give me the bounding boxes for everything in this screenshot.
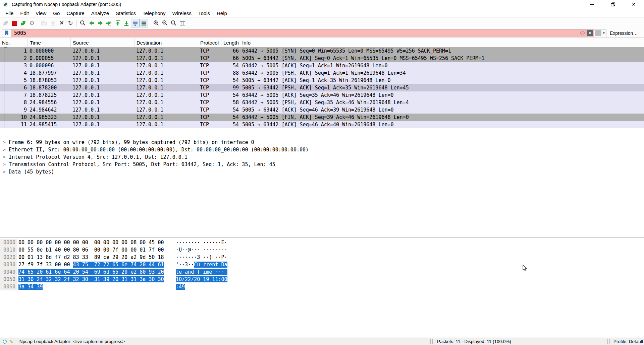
hex-row[interactable]: 001000 55 0e b1 40 00 80 06 00 00 7f 00 … xyxy=(0,246,644,254)
detail-line[interactable]: >Data (45 bytes) xyxy=(0,168,644,176)
hex-row[interactable]: 005031 30 2f 32 32 2f 32 30 31 39 20 31 … xyxy=(0,276,644,283)
mouse-cursor xyxy=(523,265,527,272)
hex-row[interactable]: 004074 65 20 61 6e 64 20 54 69 6d 65 20 … xyxy=(0,268,644,276)
clear-all-icon[interactable] xyxy=(580,30,585,36)
close-button[interactable]: ✕ xyxy=(623,0,644,9)
packet-row[interactable]: 1024.985323127.0.0.1127.0.0.1TCP5463442 … xyxy=(0,114,644,121)
previous-packet-button[interactable] xyxy=(87,19,96,27)
menu-item-help[interactable]: Help xyxy=(213,9,230,17)
column-header-no[interactable]: No. xyxy=(0,38,28,47)
colorize-toggle[interactable] xyxy=(140,19,148,27)
hex-bytes[interactable]: 74 65 20 61 6e 64 20 54 69 6d 65 20 e2 8… xyxy=(18,268,164,276)
find-packet-button[interactable] xyxy=(78,19,87,27)
menu-item-file[interactable]: File xyxy=(2,9,17,17)
display-filter-input[interactable]: 5005 xyxy=(11,29,580,37)
go-to-packet-button[interactable] xyxy=(105,19,113,27)
restart-capture-button[interactable] xyxy=(19,19,28,27)
zoom-in-button[interactable] xyxy=(152,19,161,27)
packet-row[interactable]: 418.877997127.0.0.1127.0.0.1TCP8863442 →… xyxy=(0,69,644,77)
packet-row[interactable]: 718.878225127.0.0.1127.0.0.1TCP5463442 →… xyxy=(0,91,644,99)
start-capture-button[interactable] xyxy=(1,19,10,27)
filter-bookmark-button[interactable] xyxy=(2,29,11,37)
hex-bytes[interactable]: 31 30 2f 32 32 2f 32 30 31 39 20 31 31 3… xyxy=(18,276,164,283)
hex-ascii[interactable]: ········ ······E· xyxy=(176,239,227,246)
zoom-reset-button[interactable] xyxy=(169,19,178,27)
reload-file-button[interactable]: ↻ xyxy=(66,19,75,27)
menu-item-tools[interactable]: Tools xyxy=(195,9,213,17)
menu-item-telephony[interactable]: Telephony xyxy=(139,9,169,17)
resize-columns-button[interactable] xyxy=(178,19,187,27)
expander-icon[interactable]: > xyxy=(3,153,6,161)
menu-item-go[interactable]: Go xyxy=(50,9,63,17)
auto-scroll-toggle[interactable] xyxy=(131,19,140,27)
expert-info-icon[interactable] xyxy=(3,340,7,344)
capture-comment-icon[interactable]: ✎ xyxy=(9,339,13,344)
minimize-button[interactable] xyxy=(582,0,602,9)
cell-info: 5005 → 63442 [SYN, ACK] Seq=0 Ack=1 Win=… xyxy=(242,55,484,62)
hex-ascii[interactable]: 10/22/20 19 11:00 xyxy=(176,276,227,283)
menu-item-analyze[interactable]: Analyze xyxy=(88,9,112,17)
hex-bytes[interactable]: 00 00 00 00 00 00 00 00 00 00 00 00 08 0… xyxy=(18,239,164,246)
hex-ascii[interactable]: ·U··@··· ········ xyxy=(176,246,227,254)
detail-line[interactable]: >Ethernet II, Src: 00:00:00_00:00:00 (00… xyxy=(0,146,644,153)
menu-item-capture[interactable]: Capture xyxy=(63,9,88,17)
column-header-time[interactable]: Time xyxy=(28,38,71,47)
column-header-source[interactable]: Source xyxy=(71,38,135,47)
profile-selector[interactable]: Profile: Default xyxy=(613,339,643,344)
hex-ascii[interactable]: te and T ime ··· xyxy=(176,268,227,276)
detail-line[interactable]: >Internet Protocol Version 4, Src: 127.0… xyxy=(0,153,644,161)
capture-options-button[interactable]: ⚙ xyxy=(28,19,36,27)
last-packet-button[interactable] xyxy=(122,19,131,27)
cell-protocol: TCP xyxy=(200,106,209,114)
column-header-info[interactable]: Info xyxy=(240,38,644,47)
clear-filter-button[interactable]: ✕ xyxy=(587,30,593,36)
menu-item-statistics[interactable]: Statistics xyxy=(112,9,139,17)
hex-bytes[interactable]: 00 01 13 8d f7 d2 83 33 89 ce 29 20 a2 9… xyxy=(18,254,164,261)
hex-bytes[interactable]: 00 55 0e b1 40 00 80 06 00 00 7f 00 00 0… xyxy=(18,246,164,254)
filter-history-dropdown[interactable]: ▾ xyxy=(603,31,605,35)
first-packet-button[interactable] xyxy=(113,19,122,27)
cell-no: 4 xyxy=(0,69,27,77)
column-header-length[interactable]: Length xyxy=(221,38,240,47)
maximize-button[interactable] xyxy=(602,0,623,9)
hex-row[interactable]: 000000 00 00 00 00 00 00 00 00 00 00 00 … xyxy=(0,239,644,246)
cell-info: 63442 → 5005 [PSH, ACK] Seq=1 Ack=1 Win=… xyxy=(242,69,406,77)
close-file-button[interactable]: ✕ xyxy=(57,19,66,27)
packet-row[interactable]: 10.000000127.0.0.1127.0.0.1TCP6663442 → … xyxy=(0,47,644,55)
packet-row[interactable]: 1124.985415127.0.0.1127.0.0.1TCP545005 →… xyxy=(0,121,644,128)
title-bar: Capturing from Npcap Loopback Adapter (p… xyxy=(0,0,644,9)
hex-ascii[interactable]: :49 xyxy=(176,283,185,290)
packet-row[interactable]: 924.984642127.0.0.1127.0.0.1TCP545005 → … xyxy=(0,106,644,114)
expander-icon[interactable]: > xyxy=(3,146,6,153)
expander-icon[interactable]: > xyxy=(3,139,6,146)
column-header-protocol[interactable]: Protocol xyxy=(198,38,221,47)
save-file-button[interactable] xyxy=(49,19,57,27)
menu-item-view[interactable]: View xyxy=(32,9,50,17)
detail-line[interactable]: >Frame 6: 99 bytes on wire (792 bits), 9… xyxy=(0,139,644,146)
expression-button[interactable]: Expression… xyxy=(610,30,638,36)
apply-filter-button[interactable]: → xyxy=(595,30,601,36)
zoom-out-button[interactable] xyxy=(161,19,169,27)
packet-row[interactable]: 518.878053127.0.0.1127.0.0.1TCP545005 → … xyxy=(0,77,644,84)
expander-icon[interactable]: > xyxy=(3,161,6,168)
hex-bytes[interactable]: 27 f9 7f 33 00 00 43 75 72 72 65 6e 74 2… xyxy=(18,261,164,268)
column-header-destination[interactable]: Destination xyxy=(135,38,198,47)
hex-ascii[interactable]: ·······3 ··) ··P· xyxy=(176,254,227,261)
hex-bytes[interactable]: 3a 34 39 xyxy=(18,283,43,290)
packet-row[interactable]: 618.878200127.0.0.1127.0.0.1TCP995005 → … xyxy=(0,84,644,91)
expander-icon[interactable]: > xyxy=(3,168,6,176)
next-packet-button[interactable] xyxy=(96,19,105,27)
hex-ascii[interactable]: '··3··Cu rrent Da xyxy=(176,261,227,268)
cell-destination: 127.0.0.1 xyxy=(136,47,163,55)
packet-row[interactable]: 30.000096127.0.0.1127.0.0.1TCP5463442 → … xyxy=(0,62,644,69)
detail-line[interactable]: >Transmission Control Protocol, Src Port… xyxy=(0,161,644,168)
menu-item-edit[interactable]: Edit xyxy=(17,9,32,17)
hex-row[interactable]: 003027 f9 7f 33 00 00 43 75 72 72 65 6e … xyxy=(0,261,644,268)
hex-row[interactable]: 002000 01 13 8d f7 d2 83 33 89 ce 29 20 … xyxy=(0,254,644,261)
menu-item-wireless[interactable]: Wireless xyxy=(169,9,195,17)
hex-row[interactable]: 00603a 34 39:49 xyxy=(0,283,644,290)
packet-row[interactable]: 824.984556127.0.0.1127.0.0.1TCP5863442 →… xyxy=(0,99,644,106)
stop-capture-button[interactable] xyxy=(10,19,19,27)
packet-row[interactable]: 20.000055127.0.0.1127.0.0.1TCP665005 → 6… xyxy=(0,55,644,62)
open-file-button[interactable] xyxy=(40,19,49,27)
